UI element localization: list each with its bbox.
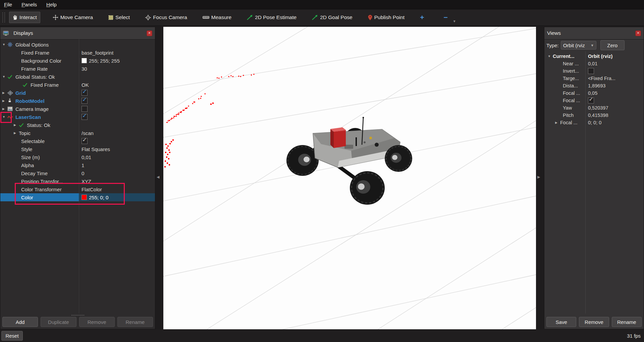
tree-label: Style — [21, 146, 32, 152]
expand-right-icon[interactable]: ▶ — [2, 107, 7, 111]
check-mark-icon: ✓ — [82, 89, 87, 95]
menu-item-file[interactable]: File — [4, 2, 12, 7]
tree-value: 0,01 — [82, 154, 91, 160]
toolbar-grip-handle[interactable] — [2, 12, 5, 22]
collapse-right-arrow-icon[interactable]: ▶ — [537, 175, 540, 179]
tree-row-camera-image[interactable]: ▶Camera Image — [0, 105, 155, 113]
view-type-select[interactable]: Orbit (rviz ▼ — [561, 41, 596, 50]
displays-close-button[interactable]: × — [147, 30, 152, 36]
tree-row-global-options[interactable]: ▼Global Options — [0, 41, 155, 49]
interact-tool-button[interactable]: Interact — [9, 12, 40, 23]
tree-row-focal[interactable]: Focal ...✓ — [544, 97, 644, 104]
camera-image-checkbox[interactable] — [82, 106, 88, 112]
rename-button: Rename — [117, 317, 153, 327]
tree-row-frame-rate[interactable]: Frame Rate30 — [0, 65, 155, 73]
rename-button[interactable]: Rename — [612, 317, 642, 327]
grid-icon — [7, 90, 14, 95]
tree-row-color[interactable]: Color255; 0; 0 — [0, 193, 155, 201]
expand-right-icon[interactable]: ▶ — [555, 121, 560, 124]
tree-label: Focal ... — [563, 90, 580, 96]
tree-row-size-m[interactable]: Size (m)0,01 — [0, 153, 155, 161]
tree-row-pitch[interactable]: Pitch0,415398 — [544, 112, 644, 119]
2d-pose-estimate-tool-button[interactable]: 2D Pose Estimate — [244, 12, 300, 23]
tree-label: Color — [21, 195, 33, 200]
tree-row-alpha[interactable]: Alpha1 — [0, 161, 155, 169]
2d-goal-pose-tool-button[interactable]: 2D Goal Pose — [309, 12, 356, 23]
collapse-left-arrow-icon[interactable]: ◀ — [157, 175, 159, 179]
expand-right-icon[interactable]: ▶ — [2, 91, 7, 94]
move-camera-tool-button[interactable]: Move Camera — [50, 12, 96, 23]
tree-row-global-status-ok[interactable]: ▼Global Status: Ok — [0, 73, 155, 81]
grid-checkbox[interactable]: ✓ — [82, 90, 88, 96]
left-splitter[interactable]: ◀ — [155, 27, 163, 329]
tree-row-background-color[interactable]: Background Color255; 255; 255 — [0, 57, 155, 65]
tree-row-fixed-frame[interactable]: Fixed Framebase_footprint — [0, 49, 155, 57]
tree-label: Current... — [553, 54, 574, 59]
tree-value: 0 — [82, 170, 84, 176]
views-close-button[interactable]: × — [635, 30, 641, 36]
tree-row-invert[interactable]: Invert... — [544, 67, 644, 75]
menu-item-panels[interactable]: Panels — [21, 2, 37, 7]
tree-row-grid[interactable]: ▶Grid✓ — [0, 89, 155, 97]
tree-row-laserscan[interactable]: ▼LaserScan✓ — [0, 113, 155, 121]
status-bar: Reset 31 fps — [0, 329, 644, 342]
color-color-swatch[interactable] — [82, 195, 87, 200]
plus-tool-button[interactable]: + — [417, 11, 427, 24]
tree-row-robotmodel[interactable]: ▶RobotModel✓ — [0, 97, 155, 105]
expand-down-icon[interactable]: ▼ — [2, 115, 7, 119]
tool-label: Focus Camera — [153, 14, 187, 20]
robot-model — [286, 117, 412, 205]
tree-row-status-ok[interactable]: ▶Status: Ok — [0, 121, 155, 129]
measure-tool-button[interactable]: Measure — [200, 12, 234, 23]
add-button[interactable]: Add — [2, 317, 38, 327]
menu-item-help[interactable]: Help — [46, 2, 57, 7]
fps-counter: 31 fps — [627, 333, 641, 339]
tree-label: RobotModel — [15, 98, 45, 104]
focal-checkbox[interactable]: ✓ — [588, 97, 594, 104]
tree-value: 0; 0; 0 — [588, 120, 601, 125]
save-button[interactable]: Save — [546, 317, 576, 327]
check-mark-icon: ✓ — [82, 137, 87, 143]
dropdown-caret-icon[interactable]: ▼ — [453, 19, 456, 23]
tree-row-yaw[interactable]: Yaw0,520397 — [544, 104, 644, 112]
tree-row-position-transfor[interactable]: Position Transfor...XYZ — [0, 177, 155, 185]
expand-right-icon[interactable]: ▶ — [2, 99, 7, 102]
zero-button[interactable]: Zero — [600, 40, 625, 50]
viewport-3d[interactable] — [163, 27, 536, 329]
expand-right-icon[interactable]: ▶ — [14, 131, 19, 135]
tree-row-targe[interactable]: Targe...<Fixed Fra... — [544, 75, 644, 82]
tree-row-current[interactable]: ▼Current...Orbit (rviz) — [544, 53, 644, 60]
tree-label: Dista... — [563, 83, 578, 88]
select-tool-button[interactable]: Select — [105, 12, 133, 23]
robotmodel-checkbox[interactable]: ✓ — [82, 98, 88, 104]
laserscan-checkbox[interactable]: ✓ — [82, 114, 88, 120]
selectable-checkbox[interactable]: ✓ — [82, 138, 88, 144]
expand-right-icon[interactable]: ▶ — [14, 123, 19, 127]
reset-button[interactable]: Reset — [1, 331, 23, 341]
invert-checkbox[interactable] — [588, 68, 594, 74]
expand-down-icon[interactable]: ▼ — [548, 55, 553, 58]
tree-row-focal[interactable]: ▶Focal ...0; 0; 0 — [544, 119, 644, 126]
tree-row-color-transformer[interactable]: Color TransformerFlatColor — [0, 185, 155, 193]
publish-point-tool-button[interactable]: Publish Point — [365, 12, 408, 23]
expand-down-icon[interactable]: ▼ — [2, 75, 7, 78]
views-panel: Views × Type: Orbit (rviz ▼ Zero ▼Curren… — [544, 27, 644, 329]
displays-action-buttons: AddDuplicateRemoveRename — [2, 317, 153, 327]
tree-row-topic[interactable]: ▶Topic/scan — [0, 129, 155, 137]
right-splitter[interactable]: ▶ — [536, 27, 544, 329]
remove-button[interactable]: Remove — [579, 317, 609, 327]
expand-down-icon[interactable]: ▼ — [2, 43, 7, 46]
tree-row-decay-time[interactable]: Decay Time0 — [0, 169, 155, 177]
minus-tool-button[interactable]: −▼ — [440, 11, 450, 24]
tree-row-selectable[interactable]: Selectable✓ — [0, 137, 155, 145]
tree-row-style[interactable]: StyleFlat Squares — [0, 145, 155, 153]
tree-row-focal[interactable]: Focal ...0,05 — [544, 89, 644, 97]
tree-row-fixed-frame[interactable]: Fixed FrameOK — [0, 81, 155, 89]
pose-arrow-icon — [247, 15, 253, 20]
background-color-color-swatch[interactable] — [82, 58, 87, 63]
displays-dock-handle[interactable] — [71, 315, 84, 316]
tree-row-near[interactable]: Near ...0,01 — [544, 60, 644, 67]
tree-label: Grid — [15, 90, 26, 96]
focus-camera-tool-button[interactable]: Focus Camera — [142, 12, 190, 23]
tree-row-dista[interactable]: Dista...1,89693 — [544, 82, 644, 89]
